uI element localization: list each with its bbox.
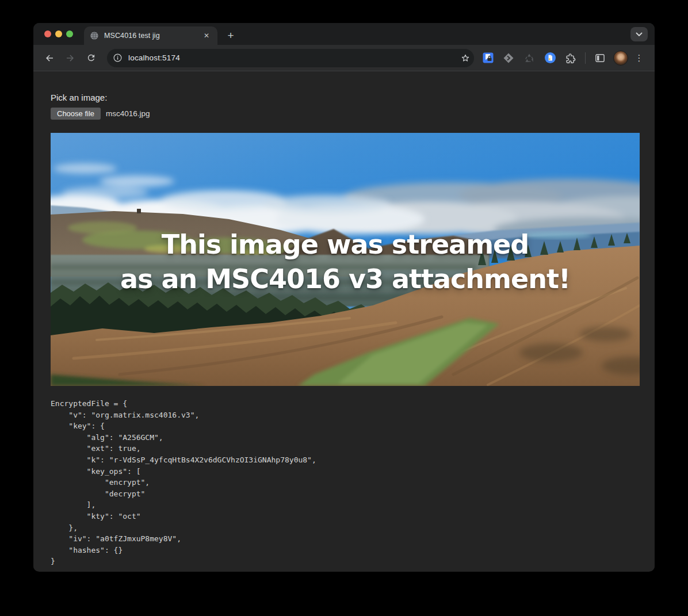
- tab-msc4016-test-jig[interactable]: MSC4016 test jig ✕: [84, 26, 217, 45]
- browser-toolbar: localhost:5174: [33, 45, 655, 71]
- minimize-window-button[interactable]: [55, 30, 62, 37]
- chevron-down-icon: [636, 32, 643, 37]
- close-window-button[interactable]: [44, 30, 51, 37]
- extensions-menu-button[interactable]: [562, 49, 579, 67]
- bookmark-star-icon[interactable]: [460, 53, 471, 63]
- fullscreen-window-button[interactable]: [66, 30, 73, 37]
- pick-image-label: Pick an image:: [51, 93, 655, 102]
- puzzle-piece-icon: [565, 52, 576, 64]
- tab-search-button[interactable]: [630, 27, 648, 41]
- diamond-arrow-icon: [503, 52, 514, 64]
- landscape-photo: This image was streamed as an MSC4016 v3…: [51, 133, 640, 386]
- address-bar[interactable]: localhost:5174: [107, 49, 474, 67]
- browser-menu-button[interactable]: ⋮: [632, 49, 646, 67]
- back-arrow-icon: [44, 53, 55, 63]
- forward-button[interactable]: [62, 49, 79, 67]
- site-info-icon[interactable]: [113, 53, 123, 63]
- recycle-icon: [523, 52, 535, 64]
- reload-button[interactable]: [82, 49, 100, 67]
- extension-docs-button[interactable]: [541, 49, 559, 67]
- close-tab-icon[interactable]: ✕: [201, 30, 212, 41]
- password-manager-icon: [482, 52, 494, 64]
- photo-caption-line2: as an MSC4016 v3 attachment!: [51, 262, 640, 296]
- profile-avatar[interactable]: [613, 51, 628, 66]
- tab-strip: MSC4016 test jig ✕ +: [33, 23, 655, 45]
- traffic-lights: [44, 30, 73, 37]
- extension-recycle-button[interactable]: [521, 49, 538, 67]
- side-panel-button[interactable]: [591, 49, 609, 67]
- document-badge-icon: [544, 52, 556, 64]
- extension-password-manager-button[interactable]: [479, 49, 496, 67]
- side-panel-icon: [594, 52, 606, 64]
- new-tab-button[interactable]: +: [223, 29, 238, 44]
- extension-dev-button[interactable]: [500, 49, 517, 67]
- toolbar-divider: [585, 52, 586, 64]
- photo-caption: This image was streamed as an MSC4016 v3…: [51, 227, 640, 296]
- photo-caption-line1: This image was streamed: [51, 227, 640, 262]
- encrypted-file-json: EncryptedFile = { "v": "org.matrix.msc40…: [51, 398, 655, 567]
- reload-icon: [86, 53, 96, 63]
- page-content: Pick an image: Choose file msc4016.jpg: [33, 71, 655, 571]
- tab-title: MSC4016 test jig: [104, 32, 201, 40]
- browser-window: MSC4016 test jig ✕ +: [33, 23, 655, 572]
- forward-arrow-icon: [65, 53, 75, 63]
- globe-favicon-icon: [90, 31, 99, 40]
- back-button[interactable]: [41, 49, 58, 67]
- selected-filename: msc4016.jpg: [106, 109, 150, 118]
- file-input[interactable]: Choose file msc4016.jpg: [51, 108, 655, 120]
- choose-file-button[interactable]: Choose file: [51, 108, 101, 120]
- url-text[interactable]: localhost:5174: [128, 53, 460, 62]
